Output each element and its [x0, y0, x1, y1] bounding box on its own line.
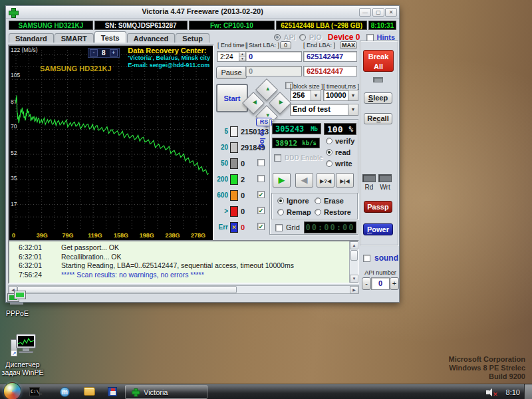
counter-log-checkbox[interactable]: ✔ [257, 191, 265, 198]
grid-option[interactable]: Grid [275, 223, 300, 231]
graph-zoom-out-button[interactable]: - [90, 49, 98, 57]
radio-restore[interactable]: Restore [315, 208, 352, 216]
verify-radio[interactable] [326, 138, 332, 144]
volume-muted-icon[interactable]: ✕ [486, 388, 497, 397]
close-button[interactable]: ✕ [385, 8, 397, 17]
maximize-button[interactable]: ▢ [372, 8, 384, 17]
task-manager-icon: ↗ [9, 334, 36, 356]
counter-log-checkbox[interactable] [257, 159, 265, 166]
speed-lcd: 38912 kb/s [272, 138, 320, 148]
tab-smart[interactable]: SMART [55, 33, 94, 43]
radio-erase[interactable]: Erase [315, 197, 352, 205]
seek-test-button[interactable]: ▶?◀ [317, 173, 334, 188]
sleep-button[interactable]: Sleep [364, 92, 392, 104]
radio-write[interactable]: write [326, 160, 354, 168]
svg-text:17: 17 [11, 201, 17, 207]
start-lba-zero-button[interactable]: 0 [280, 41, 291, 49]
timeout-select[interactable]: 10000 ▼ [323, 90, 358, 101]
save-icon[interactable] [108, 387, 117, 396]
end-lba-display: 625142447 [303, 66, 357, 76]
end-lba-max-button[interactable]: MAX [340, 41, 357, 49]
desktop-icon-pppoe[interactable]: PPPoE [0, 291, 43, 317]
passp-button[interactable]: Passp [364, 201, 392, 213]
hints-checkbox[interactable] [366, 34, 374, 41]
api-number-plus-button[interactable]: + [390, 277, 399, 290]
grid-checkbox[interactable] [275, 224, 283, 231]
radio-verify[interactable]: verify [326, 137, 354, 145]
tab-advanced[interactable]: Advanced [127, 33, 176, 43]
play-button[interactable]: ▶ [273, 173, 291, 188]
ignore-radio[interactable] [277, 198, 284, 204]
end-time-stepper[interactable]: 2:24 ▲▼ [217, 51, 246, 62]
butterfly-read-button[interactable]: ▶|◀ [336, 173, 354, 188]
api-number-minus-button[interactable]: - [362, 277, 371, 290]
tab-setup[interactable]: Setup [176, 33, 209, 43]
log-panel[interactable]: 6:32:01Get passport... OK6:32:01Recallib… [8, 240, 359, 284]
desktop-icon-task-manager[interactable]: ↗ Диспетчер задач WinPE [0, 334, 48, 376]
minimize-button[interactable]: — [359, 8, 371, 17]
read-radio[interactable] [326, 149, 332, 156]
play-button-icon: ▶ [279, 175, 285, 185]
ddd-enable-option[interactable]: DDD Enable [274, 154, 323, 162]
end-action-select[interactable]: End of test ▼ [290, 104, 358, 116]
erase-radio[interactable] [315, 198, 321, 204]
back-button[interactable]: ◀ [295, 173, 313, 188]
sound-checkbox[interactable] [363, 255, 370, 262]
svg-text:SAMSUNG HD321KJ: SAMSUNG HD321KJ [40, 65, 112, 72]
end-action-dropdown-icon[interactable]: ▼ [348, 104, 358, 115]
tab-tests[interactable]: Tests [94, 31, 126, 43]
recall-button[interactable]: Recall [364, 113, 392, 124]
tab-standard[interactable]: Standard [9, 33, 54, 43]
start-lba-input[interactable]: 0 [245, 51, 302, 62]
scroll-down-icon[interactable]: ▼ [350, 275, 358, 283]
counter-color-block [230, 206, 238, 217]
scroll-right-icon[interactable]: ▶ [350, 286, 358, 294]
graph-zoom-in-button[interactable]: + [110, 49, 118, 57]
end-time-up-icon[interactable]: ▲ [239, 52, 245, 57]
svg-text:158G: 158G [114, 232, 128, 239]
counter-value: 0 [241, 207, 245, 215]
break-all-button[interactable]: Break All [363, 50, 394, 72]
sound-option[interactable]: sound [363, 253, 398, 263]
restore-radio[interactable] [315, 209, 321, 215]
folder-icon[interactable] [84, 387, 95, 396]
radio-read[interactable]: read [326, 148, 354, 156]
action-sidebar: Break All Sleep Recall Rd Wrt Passp Powe… [360, 41, 398, 245]
api-number-stepper[interactable]: - 0 + [362, 277, 399, 290]
block-size-dropdown-icon[interactable]: ▼ [311, 90, 321, 100]
ddd-enable-checkbox[interactable] [274, 154, 281, 162]
counter-log-checkbox[interactable]: ✔ [257, 223, 265, 230]
counter-log-checkbox[interactable]: ✔ [257, 207, 265, 214]
pause-button[interactable]: Pause [216, 66, 247, 79]
cmd-icon[interactable]: C:\_ [29, 387, 40, 396]
write-label: write [335, 160, 352, 168]
timeout-dropdown-icon[interactable]: ▼ [348, 90, 358, 100]
app-m-icon[interactable]: m [60, 387, 70, 397]
timer-lcd: 00:00:00 [304, 221, 356, 233]
ddd-enable-label: DDD Enable [285, 154, 323, 162]
start-button[interactable] [3, 382, 21, 399]
window-title: Victoria 4.47 Freeware (2013-02-20) [6, 7, 399, 15]
remap-radio[interactable] [277, 209, 284, 215]
log-line: 6:32:01Starting Reading, LBA=0..62514244… [9, 261, 358, 271]
end-time-down-icon[interactable]: ▼ [239, 57, 245, 61]
start-button[interactable]: Start [216, 84, 248, 112]
log-hscroll-thumb[interactable] [17, 286, 237, 293]
write-radio[interactable] [326, 160, 332, 167]
counter-log-checkbox[interactable] [257, 175, 265, 182]
nav-left-icon: ◀ [247, 99, 262, 105]
title-bar[interactable]: Victoria 4.47 Freeware (2013-02-20) — ▢ … [6, 6, 399, 19]
end-lba-input[interactable]: 625142447 [303, 51, 357, 62]
block-size-select[interactable]: 256 ▼ [290, 90, 321, 101]
graph-zoom-control: - 8 + [88, 48, 120, 58]
radio-remap[interactable]: Remap [277, 208, 315, 216]
scroll-up-icon[interactable]: ▲ [350, 241, 358, 249]
log-scroll-thumb[interactable] [350, 250, 358, 261]
radio-ignore[interactable]: Ignore [277, 197, 315, 205]
log-vertical-scrollbar[interactable]: ▲ ▼ [349, 241, 358, 283]
taskbar-task-label: Victoria [144, 388, 168, 396]
power-button[interactable]: Power [363, 223, 393, 235]
taskbar-task-victoria[interactable]: Victoria [125, 385, 207, 399]
show-desktop-button[interactable] [524, 384, 532, 399]
log-horizontal-scrollbar[interactable]: ◀ ▶ [8, 285, 359, 294]
